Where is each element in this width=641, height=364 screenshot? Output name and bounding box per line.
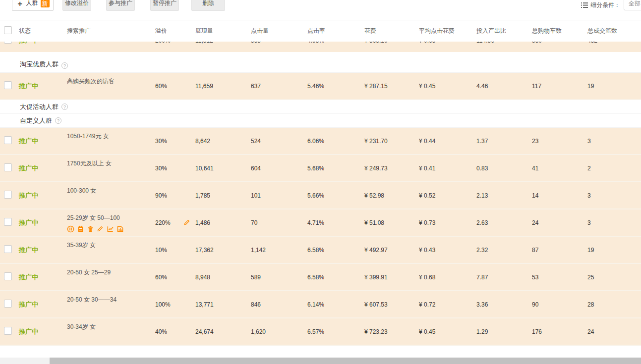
column-header: 平均点击花费 (419, 27, 476, 35)
premium-value: 200% (155, 42, 171, 44)
clicks-value: 524 (251, 138, 307, 145)
audience-group-row: 自定义人群? (0, 114, 641, 128)
roi-value: 1.29 (476, 328, 532, 335)
clicks-value: 70 (251, 219, 307, 226)
impressions-value: 8,642 (195, 138, 251, 145)
audience-group-row: 大促活动人群? (0, 100, 641, 114)
audience-name: 1050-1749元 女 (67, 133, 155, 140)
audience-group-label: 大促活动人群 (20, 103, 58, 111)
row-checkbox[interactable] (4, 300, 12, 308)
row-checkbox[interactable] (4, 81, 12, 89)
audience-name: 30-34岁 女 (67, 323, 155, 331)
pause-icon[interactable] (67, 225, 74, 233)
horizontal-scrollbar-thumb[interactable] (50, 358, 641, 364)
add-audience-button[interactable]: ＋ 人群 新 (12, 0, 54, 11)
cost-value: ¥ 607.53 (364, 301, 419, 308)
premium-value: 100% (155, 301, 171, 308)
orders-value: 3 (587, 219, 641, 226)
horizontal-scrollbar (0, 358, 641, 364)
segment-filter-select[interactable]: 全部 (624, 0, 641, 10)
orders-value: 24 (587, 328, 641, 335)
row-checkbox[interactable] (4, 245, 12, 253)
premium-value: 60% (155, 83, 167, 90)
audience-name-cell: 35-39岁 女 (67, 237, 155, 249)
clicks-value: 1,620 (251, 328, 307, 335)
audience-name: 20-50 女 25—29 (67, 269, 155, 276)
status-badge: 推广中 (19, 218, 67, 227)
row-checkbox[interactable] (4, 327, 12, 335)
add-audience-label: 人群 (26, 0, 38, 7)
impressions-value: 13,771 (195, 301, 251, 308)
ctr-value: 4.71% (307, 219, 364, 226)
audience-name: 100-300 女 (67, 187, 155, 195)
cost-value: ¥ 365.10 (364, 42, 419, 44)
carts-value: 24 (532, 219, 587, 226)
cost-value: ¥ 287.15 (364, 83, 419, 90)
carts-value: 23 (532, 138, 587, 145)
status-badge: 推广中 (19, 42, 67, 45)
roi-value: 2.32 (476, 247, 532, 254)
impressions-value: 11,312 (195, 42, 251, 44)
delete-icon[interactable] (87, 225, 94, 233)
roi-value: 4.46 (476, 83, 532, 90)
avg-cpc-value: ¥ 0.45 (419, 83, 476, 90)
orders-value: 452 (587, 42, 641, 44)
avg-cpc-value: ¥ 0.65 (419, 42, 476, 44)
row-checkbox[interactable] (4, 272, 12, 280)
row-checkbox[interactable] (4, 42, 12, 44)
impressions-value: 11,659 (195, 83, 251, 90)
cost-value: ¥ 52.98 (364, 192, 419, 199)
select-all-checkbox[interactable] (4, 26, 12, 34)
impressions-value: 1,785 (195, 192, 251, 199)
carts-value: 176 (532, 328, 587, 335)
table-row: 推广中100-300 女90%1,7851015.66%¥ 52.98¥ 0.5… (0, 182, 641, 209)
delete-button[interactable]: 删除 (191, 0, 225, 11)
row-checkbox[interactable] (4, 136, 12, 144)
row-checkbox[interactable] (4, 191, 12, 199)
ctr-value: 4.93% (307, 42, 364, 44)
table-row: 推广中高购买频次的访客60%11,6596375.46%¥ 287.15¥ 0.… (0, 73, 641, 100)
orders-value: 2 (587, 165, 641, 172)
carts-value: 41 (532, 165, 587, 172)
trend-icon[interactable] (107, 225, 114, 233)
clicks-value: 846 (251, 301, 307, 308)
report-icon[interactable] (117, 225, 124, 233)
clicks-value: 1,142 (251, 247, 307, 254)
column-header: 状态 (19, 27, 67, 35)
orders-value: 3 (587, 138, 641, 145)
modify-premium-button[interactable]: 修改溢价 (62, 0, 91, 11)
carts-value: 53 (532, 274, 587, 281)
clicks-value: 604 (251, 165, 307, 172)
avg-cpc-value: ¥ 0.45 (419, 328, 476, 335)
column-header: 溢价 (155, 27, 195, 35)
premium-value: 30% (155, 165, 167, 172)
edit-premium-icon[interactable] (183, 219, 191, 226)
ctr-value: 6.14% (307, 301, 364, 308)
column-header: 展现量 (195, 27, 251, 35)
orders-value: 3 (587, 192, 641, 199)
cost-value: ¥ 231.70 (364, 138, 419, 145)
row-checkbox[interactable] (4, 218, 12, 226)
help-icon[interactable]: ? (55, 117, 61, 124)
ctr-value: 6.57% (307, 328, 364, 335)
table-row: 推广中25-29岁 女 50—100220%1,486704.71%¥ 51.0… (0, 209, 641, 237)
audience-name-cell: 30-34岁 女 (67, 318, 155, 331)
ctr-value: 5.66% (307, 192, 364, 199)
row-action-icons (67, 225, 155, 233)
audience-group-row: 淘宝优质人群? (0, 52, 641, 73)
audience-name-cell: 20-50 女 25—29 (67, 264, 155, 276)
pause-promotion-button[interactable]: 暂停推广 (150, 0, 179, 11)
journal-icon[interactable] (77, 225, 84, 233)
premium-value: 10% (155, 247, 167, 254)
status-badge: 推广中 (19, 273, 67, 282)
segment-filter-label: 细分条件： (590, 1, 620, 9)
table-header-row: 状态搜索推广溢价展现量点击量点击率花费平均点击花费投入产出比总购物车数总成交笔数 (0, 20, 641, 42)
help-icon[interactable]: ? (61, 104, 68, 110)
join-promotion-button[interactable]: 参与推广 (106, 0, 135, 11)
impressions-value: 24,674 (195, 328, 251, 335)
row-checkbox[interactable] (4, 163, 12, 171)
status-badge: 推广中 (19, 246, 67, 255)
edit-icon[interactable] (97, 225, 104, 233)
status-badge: 推广中 (19, 137, 67, 146)
help-icon[interactable]: ? (61, 62, 68, 69)
